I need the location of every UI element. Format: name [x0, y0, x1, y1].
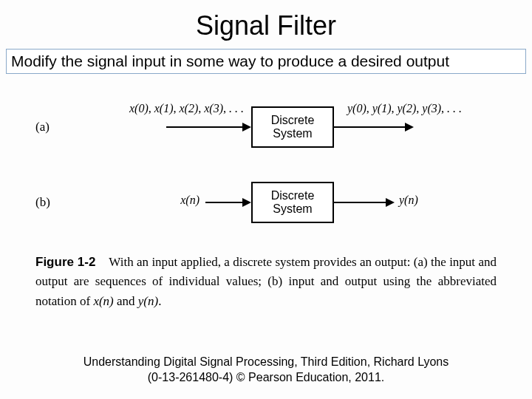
row-a-output: y(0), y(1), y(2), y(3), . . . — [347, 102, 502, 115]
diagram-row-a: (a) x(0), x(1), x(2), x(3), . . . Discre… — [0, 98, 532, 157]
figure-number: Figure 1-2 — [35, 255, 95, 269]
caption-yn: y(n) — [138, 294, 158, 308]
row-b-box-label: Discrete System — [253, 189, 332, 216]
arrow-icon — [166, 126, 250, 128]
row-a-input: x(0), x(1), x(2), x(3), . . . — [96, 102, 244, 115]
subtitle-text: Modify the signal input in some way to p… — [11, 52, 449, 69]
footer-line-1: Understanding Digital Signal Processing,… — [0, 355, 532, 370]
row-a-box-label: Discrete System — [253, 114, 332, 141]
row-a-label: (a) — [35, 120, 50, 134]
page-title: Signal Filter — [0, 10, 532, 41]
figure-caption: Figure 1-2With an input applied, a discr… — [35, 253, 497, 311]
caption-period: . — [158, 294, 161, 308]
row-b-system-box: Discrete System — [251, 182, 334, 223]
caption-and: and — [114, 294, 138, 308]
subtitle-box: Modify the signal input in some way to p… — [6, 49, 526, 74]
row-b-input: x(n) — [96, 194, 200, 207]
row-a-system-box: Discrete System — [251, 106, 334, 148]
row-b-label: (b) — [35, 195, 50, 210]
caption-xn: x(n) — [93, 294, 113, 308]
footer: Understanding Digital Signal Processing,… — [0, 355, 532, 386]
diagram-row-b: (b) x(n) Discrete System y(n) — [0, 173, 532, 232]
arrow-icon — [205, 202, 250, 203]
arrow-icon — [334, 202, 393, 203]
footer-line-2: (0-13-261480-4) © Pearson Education, 201… — [0, 370, 532, 386]
row-b-output: y(n) — [399, 194, 418, 207]
arrow-icon — [334, 126, 412, 128]
